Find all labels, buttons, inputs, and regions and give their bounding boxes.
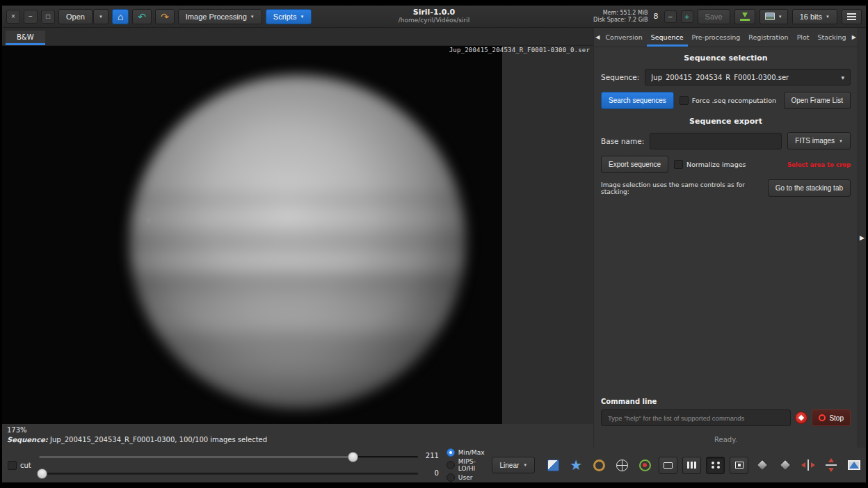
- high-level-slider[interactable]: [39, 452, 418, 462]
- image-processing-label: Image Processing: [186, 13, 247, 21]
- radio-user[interactable]: User: [447, 473, 485, 482]
- command-error-button[interactable]: [795, 412, 807, 424]
- tab-pre-processing[interactable]: Pre-processing: [688, 28, 745, 47]
- display-mode-radios: Min/Max MIPS-LO/HI User: [447, 448, 485, 482]
- frame-icon: [735, 462, 744, 469]
- tab-plot[interactable]: Plot: [793, 28, 814, 47]
- chevron-down-icon: ▼: [839, 139, 843, 143]
- image-canvas[interactable]: Jup_200415_204534_R_F0001-0300_0.ser: [2, 46, 593, 424]
- paint-tool-button[interactable]: [544, 456, 562, 474]
- command-input[interactable]: [601, 409, 791, 426]
- display-bars-button[interactable]: [682, 457, 701, 474]
- tab-stacking[interactable]: Stacking: [814, 28, 851, 47]
- scale-mode-dropdown[interactable]: Linear ▼: [492, 457, 535, 473]
- chevron-down-icon: ▼: [99, 15, 103, 19]
- radio-min-max[interactable]: Min/Max: [447, 448, 485, 457]
- display-bar: cut 211 0: [2, 448, 866, 482]
- radio-mips-lo-hi[interactable]: MIPS-LO/HI: [447, 458, 485, 472]
- open-button[interactable]: Open: [58, 9, 93, 24]
- slider-fill: [39, 456, 353, 458]
- menu-button[interactable]: [842, 9, 862, 24]
- viewer-statusline: 173% Sequence: Jup_200415_204534_R_F0001…: [2, 424, 593, 448]
- tab-bw[interactable]: B&W: [6, 31, 45, 45]
- home-button[interactable]: ⌂: [112, 9, 129, 24]
- tab-registration[interactable]: Registration: [744, 28, 792, 47]
- rectangle-icon: [664, 462, 673, 469]
- bottom-toolbar: ★: [544, 456, 868, 474]
- low-slider-handle[interactable]: [37, 469, 47, 479]
- tab-conversion[interactable]: Conversion: [601, 28, 646, 47]
- decrement-button[interactable]: −: [664, 10, 677, 23]
- gold-ring-button[interactable]: [590, 456, 608, 474]
- open-recent-dropdown[interactable]: ▼: [93, 9, 108, 24]
- export-format-value: FITS images: [795, 137, 835, 145]
- minus-icon: −: [668, 13, 672, 21]
- sequence-combobox[interactable]: Jup_200415_204534_R_F0001-0300.ser ▼: [645, 69, 851, 86]
- stop-label: Stop: [829, 414, 844, 422]
- image-field[interactable]: [2, 46, 502, 424]
- photometry-star-button[interactable]: ★: [567, 456, 585, 474]
- tabs-scroll-right-icon[interactable]: ▶: [851, 28, 858, 47]
- bit-depth-dropdown[interactable]: 16 bits ▼: [792, 9, 837, 24]
- tab-sequence[interactable]: Sequence: [647, 28, 688, 47]
- export-sequence-button[interactable]: Export sequence: [601, 156, 668, 173]
- low-level-slider[interactable]: [39, 469, 418, 479]
- close-icon: ×: [11, 13, 15, 20]
- low-level-value: 0: [426, 469, 439, 477]
- undo-button[interactable]: ↶: [132, 9, 152, 24]
- open-frame-list-button[interactable]: Open Frame List: [784, 92, 851, 109]
- level-sliders: [39, 452, 418, 479]
- redo-button[interactable]: ↷: [155, 9, 175, 24]
- panel-spacer: [601, 203, 851, 391]
- sequence-tab-content: Sequence selection Sequence: Jup_200415_…: [594, 47, 858, 448]
- bit-depth-label: 16 bits: [800, 13, 822, 21]
- flip-vertical-button[interactable]: [822, 456, 840, 474]
- maximize-button[interactable]: □: [41, 10, 55, 24]
- minimize-icon: −: [29, 13, 33, 20]
- base-name-label: Base name:: [601, 137, 644, 145]
- display-rect-button[interactable]: [659, 457, 677, 474]
- cut-checkbox[interactable]: [8, 461, 17, 470]
- search-sequences-button[interactable]: Search sequences: [601, 92, 674, 109]
- scripts-menu[interactable]: Scripts ▼: [266, 9, 312, 24]
- frame-view-button[interactable]: [730, 457, 748, 474]
- diamond-left-button[interactable]: [753, 456, 771, 474]
- globe-grid-icon: [616, 459, 628, 471]
- image-processing-menu[interactable]: Image Processing ▼: [178, 9, 262, 24]
- dot-grid-button[interactable]: [706, 457, 725, 474]
- stop-button[interactable]: Stop: [812, 409, 851, 426]
- close-button[interactable]: ×: [6, 10, 20, 24]
- main-area: B&W Jup_200415_204534_R_F0001-0300_0.ser…: [2, 28, 866, 448]
- sequence-statusline: Sequence: Jup_200415_204534_R_F0001-0300…: [7, 435, 588, 445]
- undo-icon: ↶: [138, 12, 146, 22]
- working-directory: /home/cyril/Vidéos/siril: [399, 17, 469, 24]
- astrometry-globe-button[interactable]: [613, 456, 631, 474]
- flip-horizontal-button[interactable]: [799, 456, 817, 474]
- radio-icon: [447, 461, 455, 469]
- scripts-label: Scripts: [273, 13, 297, 21]
- save-as-button[interactable]: [734, 9, 755, 24]
- histogram-button[interactable]: [845, 456, 863, 474]
- high-slider-handle[interactable]: [348, 452, 358, 462]
- diamond-icon: [780, 459, 791, 471]
- registration-target-button[interactable]: [636, 456, 654, 474]
- radio-user-label: User: [458, 474, 473, 481]
- chevron-down-icon: ▼: [250, 15, 255, 19]
- goto-stacking-button[interactable]: Go to the stacking tab: [768, 179, 851, 197]
- tabs-scroll-left-icon[interactable]: ◀: [594, 28, 601, 47]
- increment-button[interactable]: +: [681, 10, 693, 23]
- diamond-right-button[interactable]: [776, 456, 794, 474]
- histogram-icon: [848, 460, 860, 470]
- maximize-icon: □: [46, 13, 50, 20]
- force-recompute-checkbox[interactable]: [680, 96, 689, 105]
- export-format-dropdown[interactable]: FITS images ▼: [787, 132, 851, 149]
- snapshot-dropdown[interactable]: ▼: [760, 9, 788, 24]
- base-name-input[interactable]: [650, 133, 782, 149]
- slider-track[interactable]: [39, 473, 418, 475]
- save-button[interactable]: Save: [698, 9, 730, 24]
- memory-status: Mem: 551.2 MiB: [593, 10, 648, 17]
- normalize-images-checkbox[interactable]: [674, 160, 683, 169]
- panel-expander-icon[interactable]: ▶: [860, 234, 865, 241]
- stop-circle-icon: [819, 414, 826, 421]
- minimize-button[interactable]: −: [24, 10, 38, 24]
